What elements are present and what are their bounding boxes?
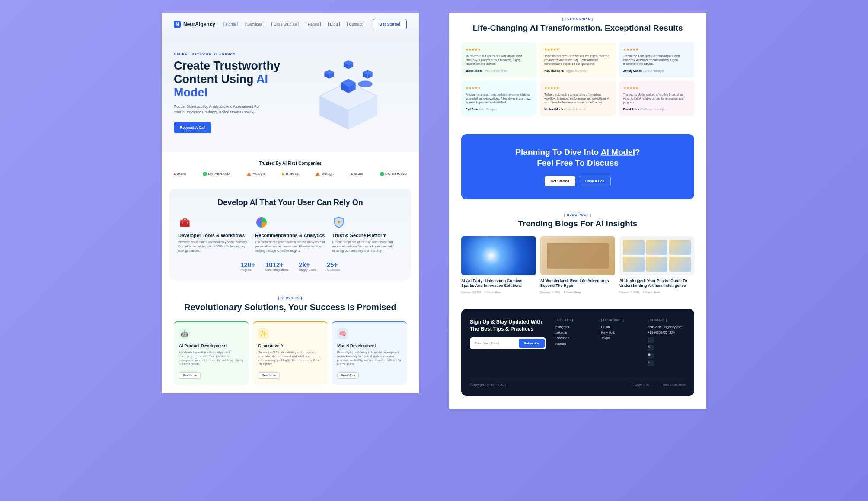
service-card-model[interactable]: 🧠 Model Development Exemplifying profici… [332, 321, 407, 385]
nav-links: [ Home ] [ Services ] [ Case Studies ] [… [223, 22, 365, 26]
testimonial-card: ★★★★★ Precise models and personalized re… [461, 81, 536, 116]
svg-point-15 [358, 80, 372, 87]
read-more-button[interactable]: Read More [258, 372, 280, 379]
service-card-generative[interactable]: ✨ Generative AI Generative AI fosters cr… [253, 321, 328, 385]
social-instagram[interactable]: Instagram [555, 325, 593, 329]
testimonials-grid: ★★★★★ Transformed our operations with un… [461, 42, 694, 116]
develop-columns: 🧰 Developer Tools & Workflows View our w… [178, 216, 402, 253]
blog-card[interactable]: AI Wonderland: Real-Life Adventures Beyo… [540, 236, 615, 293]
logo-axure-2: ▴axure [351, 172, 363, 176]
cta-book-call-button[interactable]: Book A Call [579, 176, 611, 186]
footer-bottom: ©Copyright Agency Pro 2024 Privacy Polic… [470, 378, 686, 386]
hero-section: NEURAL NETWORK AI AGENCY Create Trustwor… [162, 35, 419, 152]
blog-eyebrow: [ BLOG POST ] [461, 213, 694, 216]
shield-icon [332, 216, 345, 229]
testimonial-card: ★★★★★ Their insights revolutionized our … [540, 42, 615, 77]
email-form: Subscribe [470, 337, 546, 349]
subscribe-button[interactable]: Subscribe [519, 339, 545, 348]
read-more-button[interactable]: Read More [179, 372, 201, 379]
logo-databrand-2: DATABRAND [380, 172, 407, 176]
services-row: 🤖 AI Product Development Accelerate inno… [174, 321, 407, 385]
services-section: [ SERVICES ] Revolutionary Solutions, Yo… [162, 285, 419, 393]
blog-card[interactable]: AI Art Party: Unleashing Creative Sparks… [461, 236, 536, 293]
linkedin-icon[interactable]: in [648, 360, 654, 366]
blog-grid: AI Art Party: Unleashing Creative Sparks… [461, 236, 694, 293]
dev-col-tools: 🧰 Developer Tools & Workflows View our w… [178, 216, 248, 253]
dev-col-trust: Trust & Secure Platform Experience peace… [332, 216, 402, 253]
rating-stars-icon: ★★★★★ [466, 86, 532, 90]
blog-card[interactable]: AI Unplugged: Your Playful Guide To Unde… [619, 236, 694, 293]
cta-banner: Planning To Dive Into AI Model? Feel Fre… [461, 134, 694, 199]
social-linkedin[interactable]: LinkedIn [555, 331, 593, 334]
rating-stars-icon: ★★★★★ [623, 86, 690, 90]
hero-subtitle: Robust Observability, Analytics, And Ass… [174, 104, 265, 115]
logo-multign-2: MultIgn [316, 172, 333, 176]
rating-stars-icon: ★★★★★ [623, 48, 690, 51]
dev-tools-icon: 🧰 [178, 216, 191, 229]
services-title: Revolutionary Solutions, Your Success Is… [174, 302, 407, 313]
stat-users: 2k+Happy Users [299, 261, 316, 271]
nav-services[interactable]: [ Services ] [245, 22, 265, 26]
landing-page-bottom: [ TESTIMONIAL ] Life-Changing AI Transfo… [449, 13, 706, 409]
brand-name: NeurAIgency [183, 21, 215, 27]
email-input[interactable] [471, 339, 519, 348]
trusted-title: Trusted By AI First Companies [174, 161, 407, 166]
stat-models: 25+AI Models [327, 261, 340, 271]
testimonial-card: ★★★★★ Transformed our operations with un… [619, 42, 694, 77]
logo-multign: MultIgn [247, 172, 265, 176]
privacy-link[interactable]: Privacy Policy [632, 383, 649, 386]
hero-title: Create Trustworthy Content Using AI Mode… [174, 59, 290, 100]
testimonials-title: Life-Changing AI Transformation. Excepti… [461, 23, 694, 34]
hero-eyebrow: NEURAL NETWORK AI AGENCY [174, 53, 290, 56]
generative-ai-icon: ✨ [258, 328, 268, 339]
logo[interactable]: N NeurAIgency [174, 21, 215, 28]
logo-databrand: DATABRAND [203, 172, 230, 176]
nav-case-studies[interactable]: [ Case Studies ] [271, 22, 299, 26]
trusted-section: Trusted By AI First Companies ▴axure DAT… [162, 152, 419, 184]
stats-row: 120+Projects 1012+Data Integrations 2k+H… [178, 261, 402, 271]
hero-content: NEURAL NETWORK AI AGENCY Create Trustwor… [174, 53, 290, 139]
testimonial-card: ★★★★★ Transformed our operations with un… [461, 42, 536, 77]
nav-blog[interactable]: [ Blog ] [328, 22, 340, 26]
landing-page-top: N NeurAIgency [ Home ] [ Services ] [ Ca… [162, 13, 419, 393]
logo-axure: ▴axure [174, 172, 186, 176]
testimonials-section: [ TESTIMONIAL ] Life-Changing AI Transfo… [449, 13, 706, 126]
footer-socials: [ SOCIALS ] Instagram LinkedIn Facebook … [555, 318, 593, 368]
product-dev-icon: 🤖 [179, 328, 189, 339]
twitter-icon[interactable]: 𝕏 [648, 345, 654, 351]
social-facebook[interactable]: Facebook [555, 336, 593, 340]
read-more-button[interactable]: Read More [337, 372, 359, 379]
footer: Sign Up & Stay Updated With The Best Tip… [461, 309, 694, 396]
navbar: N NeurAIgency [ Home ] [ Services ] [ Ca… [162, 13, 419, 35]
social-youtube[interactable]: Youtube [555, 342, 593, 346]
footer-contact: [ CONTACT ] hello@neuraigency.com +99643… [648, 318, 686, 368]
stat-projects: 120+Projects [240, 261, 255, 271]
service-card-product[interactable]: 🤖 AI Product Development Accelerate inno… [174, 321, 249, 385]
blog-thumbnail [461, 236, 536, 275]
terms-link[interactable]: Terms & Conditions [661, 383, 686, 386]
cta-buttons: Get Started Book A Call [470, 176, 686, 186]
facebook-icon[interactable]: f [648, 337, 654, 343]
testimonial-card: ★★★★★ The team's skillful crafting of mo… [619, 81, 694, 116]
footer-heading: Sign Up & Stay Updated With The Best Tip… [470, 318, 546, 332]
footer-signup: Sign Up & Stay Updated With The Best Tip… [470, 318, 546, 368]
blog-thumbnail [619, 236, 694, 275]
testimonial-card: ★★★★★ Tailored automation solutions tran… [540, 81, 615, 116]
blog-thumbnail [540, 236, 615, 275]
nav-home[interactable]: [ Home ] [223, 22, 238, 26]
instagram-icon[interactable]: ◉ [648, 353, 654, 359]
get-started-button[interactable]: Get Started [373, 19, 407, 29]
svg-point-16 [338, 221, 340, 223]
cta-get-started-button[interactable]: Get Started [545, 176, 575, 186]
stat-integrations: 1012+Data Integrations [265, 261, 288, 271]
develop-section: Develop AI That Your User Can Rely On 🧰 … [169, 189, 411, 281]
footer-top: Sign Up & Stay Updated With The Best Tip… [470, 318, 686, 368]
request-call-button[interactable]: Request A Call [174, 122, 211, 133]
analytics-icon [255, 216, 268, 229]
nav-pages[interactable]: [ Pages ] [306, 22, 321, 26]
model-dev-icon: 🧠 [337, 328, 348, 339]
social-icons: f 𝕏 ◉ in [648, 337, 686, 366]
nav-contact[interactable]: [ Contact ] [347, 22, 365, 26]
develop-title: Develop AI That Your User Can Rely On [178, 198, 402, 207]
contact-email: hello@neuraigency.com [648, 325, 686, 329]
